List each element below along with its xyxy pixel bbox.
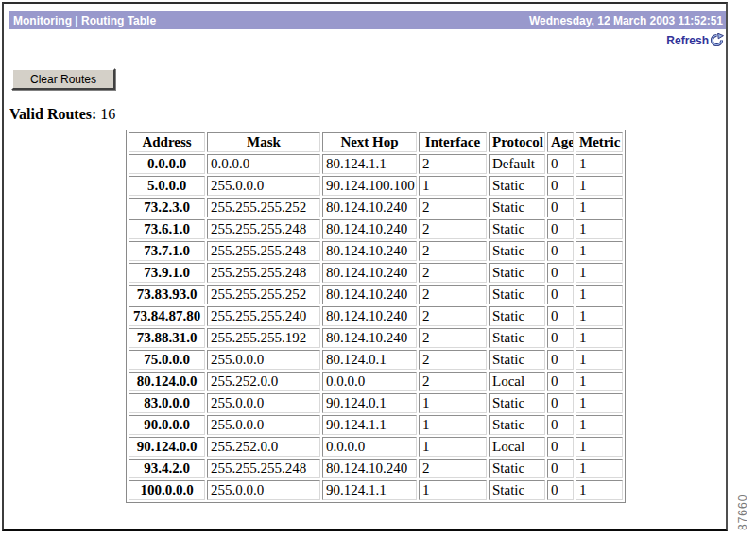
cell-age: 0: [547, 328, 574, 348]
cell-age: 0: [547, 393, 574, 413]
cell-protocol: Local: [489, 372, 545, 391]
cell-age: 0: [547, 219, 574, 239]
refresh-icon[interactable]: [710, 33, 724, 47]
cell-interface: 1: [419, 176, 487, 196]
table-row: 0.0.0.00.0.0.080.124.1.12Default01: [129, 154, 623, 174]
title-bar: Monitoring | Routing Table Wednesday, 12…: [9, 11, 726, 29]
cell-metric: 1: [576, 176, 623, 196]
cell-next-hop: 90.124.100.100: [322, 176, 417, 196]
cell-metric: 1: [576, 285, 623, 304]
cell-next-hop: 80.124.0.1: [322, 350, 417, 370]
cell-next-hop: 0.0.0.0: [322, 372, 417, 391]
cell-metric: 1: [576, 350, 623, 370]
table-header-row: AddressMaskNext HopInterfaceProtocolAgeM…: [129, 132, 623, 152]
cell-address: 73.2.3.0: [129, 198, 205, 217]
cell-protocol: Static: [489, 350, 545, 370]
header-datetime: Wednesday, 12 March 2003 11:52:51: [529, 14, 723, 27]
valid-routes-label: Valid Routes:: [9, 106, 96, 122]
cell-protocol: Static: [489, 198, 545, 217]
table-row: 75.0.0.0255.0.0.080.124.0.12Static01: [129, 350, 623, 370]
cell-protocol: Static: [489, 480, 545, 500]
cell-protocol: Local: [489, 437, 545, 457]
cell-protocol: Static: [489, 415, 545, 435]
cell-interface: 1: [419, 393, 487, 413]
cell-interface: 2: [419, 306, 487, 326]
cell-protocol: Static: [489, 176, 545, 196]
cell-mask: 255.255.255.248: [207, 219, 320, 239]
cell-metric: 1: [576, 459, 623, 478]
table-row: 73.9.1.0255.255.255.24880.124.10.2402Sta…: [129, 263, 623, 283]
table-row: 73.88.31.0255.255.255.19280.124.10.2402S…: [129, 328, 623, 348]
cell-interface: 2: [419, 459, 487, 478]
cell-metric: 1: [576, 219, 623, 239]
cell-interface: 2: [419, 154, 487, 174]
clear-routes-button[interactable]: Clear Routes: [11, 68, 115, 90]
cell-next-hop: 90.124.0.1: [322, 393, 417, 413]
cell-metric: 1: [576, 154, 623, 174]
cell-interface: 1: [419, 415, 487, 435]
column-header-mask: Mask: [207, 132, 320, 152]
cell-next-hop: 90.124.1.1: [322, 415, 417, 435]
column-header-address: Address: [129, 132, 205, 152]
cell-next-hop: 80.124.10.240: [322, 263, 417, 283]
cell-protocol: Static: [489, 263, 545, 283]
cell-interface: 2: [419, 241, 487, 261]
cell-address: 90.0.0.0: [129, 415, 205, 435]
cell-next-hop: 80.124.10.240: [322, 241, 417, 261]
cell-mask: 255.252.0.0: [207, 372, 320, 391]
table-row: 73.83.93.0255.255.255.25280.124.10.2402S…: [129, 285, 623, 304]
cell-address: 93.4.2.0: [129, 459, 205, 478]
cell-address: 73.83.93.0: [129, 285, 205, 304]
cell-interface: 1: [419, 480, 487, 500]
cell-mask: 255.255.255.240: [207, 306, 320, 326]
cell-mask: 255.255.255.248: [207, 459, 320, 478]
cell-next-hop: 80.124.10.240: [322, 306, 417, 326]
cell-protocol: Static: [489, 241, 545, 261]
cell-age: 0: [547, 285, 574, 304]
cell-address: 5.0.0.0: [129, 176, 205, 196]
table-row: 73.2.3.0255.255.255.25280.124.10.2402Sta…: [129, 198, 623, 217]
page-title: Monitoring | Routing Table: [13, 14, 156, 27]
cell-age: 0: [547, 415, 574, 435]
cell-age: 0: [547, 459, 574, 478]
cell-protocol: Static: [489, 306, 545, 326]
table-row: 5.0.0.0255.0.0.090.124.100.1001Static01: [129, 176, 623, 196]
cell-age: 0: [547, 437, 574, 457]
cell-interface: 2: [419, 328, 487, 348]
cell-interface: 2: [419, 372, 487, 391]
table-row: 90.124.0.0255.252.0.00.0.0.01Local01: [129, 437, 623, 457]
cell-metric: 1: [576, 263, 623, 283]
cell-mask: 0.0.0.0: [207, 154, 320, 174]
column-header-age: Age: [547, 132, 574, 152]
cell-address: 83.0.0.0: [129, 393, 205, 413]
valid-routes-line: Valid Routes:16: [9, 106, 726, 123]
cell-metric: 1: [576, 198, 623, 217]
cell-age: 0: [547, 154, 574, 174]
valid-routes-count: 16: [100, 106, 115, 122]
cell-metric: 1: [576, 393, 623, 413]
column-header-metric: Metric: [576, 132, 623, 152]
cell-next-hop: 80.124.10.240: [322, 328, 417, 348]
cell-address: 73.88.31.0: [129, 328, 205, 348]
table-row: 73.84.87.80255.255.255.24080.124.10.2402…: [129, 306, 623, 326]
cell-address: 73.6.1.0: [129, 219, 205, 239]
cell-mask: 255.0.0.0: [207, 393, 320, 413]
cell-mask: 255.0.0.0: [207, 176, 320, 196]
cell-metric: 1: [576, 241, 623, 261]
cell-next-hop: 80.124.1.1: [322, 154, 417, 174]
cell-interface: 2: [419, 263, 487, 283]
cell-next-hop: 90.124.1.1: [322, 480, 417, 500]
column-header-next-hop: Next Hop: [322, 132, 417, 152]
cell-age: 0: [547, 480, 574, 500]
cell-metric: 1: [576, 415, 623, 435]
cell-mask: 255.0.0.0: [207, 480, 320, 500]
refresh-link[interactable]: Refresh: [666, 33, 724, 47]
cell-metric: 1: [576, 328, 623, 348]
table-body: 0.0.0.00.0.0.080.124.1.12Default015.0.0.…: [129, 154, 623, 500]
app-window-frame: Monitoring | Routing Table Wednesday, 12…: [2, 2, 728, 531]
cell-age: 0: [547, 241, 574, 261]
cell-age: 0: [547, 306, 574, 326]
table-row: 90.0.0.0255.0.0.090.124.1.11Static01: [129, 415, 623, 435]
table-row: 73.6.1.0255.255.255.24880.124.10.2402Sta…: [129, 219, 623, 239]
cell-mask: 255.255.255.192: [207, 328, 320, 348]
